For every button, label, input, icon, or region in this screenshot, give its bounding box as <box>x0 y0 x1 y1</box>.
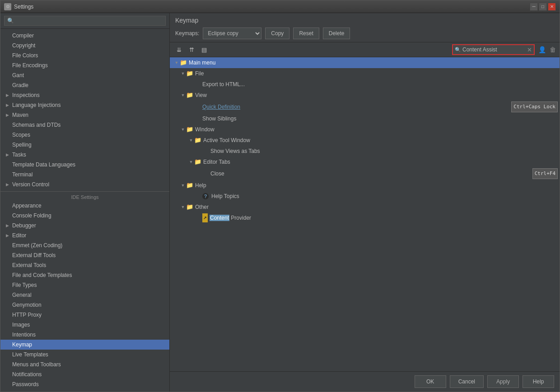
expand-all-button[interactable]: ⇊ <box>173 45 184 55</box>
tree-node-other[interactable]: ▼ 📁 Other <box>170 202 560 212</box>
sidebar-search-input[interactable] <box>4 16 166 26</box>
apply-button[interactable]: Apply <box>487 375 519 388</box>
sidebar-item-genymotion[interactable]: Genymotion <box>0 300 169 310</box>
sidebar-item-label: Editor <box>12 231 26 240</box>
search-input[interactable] <box>462 46 526 53</box>
sidebar-item-schemas-dtds[interactable]: Schemas and DTDs <box>0 120 169 130</box>
sidebar-item-menus-toolbars[interactable]: Menus and Toolbars <box>0 360 169 369</box>
sidebar-item-label: Copyright <box>12 42 35 50</box>
close-button[interactable]: ✕ <box>548 3 556 11</box>
sidebar-item-external-diff-tools[interactable]: External Diff Tools <box>0 250 169 260</box>
sidebar-item-label: Tasks <box>12 151 26 159</box>
content-area: Compiler Copyright File Colors File Enco… <box>0 13 560 392</box>
reset-button[interactable]: Reset <box>293 28 319 39</box>
window-title: Settings <box>14 4 530 10</box>
sidebar-item-copyright[interactable]: Copyright <box>0 41 169 51</box>
tree-node-active-tool-window[interactable]: ▼ 📁 Active Tool Window <box>170 135 560 146</box>
expand-arrow-icon: ▶ <box>6 151 11 159</box>
sidebar-item-spelling[interactable]: Spelling <box>0 140 169 150</box>
sidebar-item-console-folding[interactable]: Console Folding <box>0 211 169 221</box>
tree-node-help[interactable]: ▼ 📁 Help <box>170 180 560 191</box>
search-clear-button[interactable]: ✕ <box>527 46 532 53</box>
tree-node-content-provider[interactable]: ↗ Content Provider <box>170 212 560 223</box>
sidebar-item-file-code-templates[interactable]: File and Code Templates <box>0 270 169 280</box>
sidebar-item-label: File Encodings <box>12 61 48 69</box>
tree-node-main-menu[interactable]: ▼ 📁 Main menu <box>170 57 560 68</box>
toolbar-row: ⇊ ⇈ ▤ 🔍 ✕ 👤 🗑 <box>170 42 560 57</box>
sidebar-list: Compiler Copyright File Colors File Enco… <box>0 29 169 392</box>
keymap-select[interactable]: Eclipse copy <box>203 28 261 39</box>
sidebar-item-label: Gradle <box>12 81 28 89</box>
tree-node-label: Help <box>195 181 558 190</box>
tree-node-window[interactable]: ▼ 📁 Window <box>170 124 560 135</box>
sidebar-item-label: File Types <box>12 281 37 289</box>
cancel-button[interactable]: Cancel <box>450 375 484 388</box>
sidebar-item-label: Keymap <box>12 341 32 349</box>
delete-shortcut-icon[interactable]: 🗑 <box>550 46 556 53</box>
sidebar-item-compiler[interactable]: Compiler <box>0 31 169 41</box>
sidebar-item-maven[interactable]: ▶ Maven <box>0 110 169 120</box>
tree-node-file[interactable]: ▼ 📁 File <box>170 68 560 79</box>
sidebar-item-label: Emmet (Zen Coding) <box>12 241 62 249</box>
sidebar-item-path-variables[interactable]: Path Variables <box>0 389 169 392</box>
collapse-arrow-icon: ▼ <box>180 203 186 212</box>
delete-button[interactable]: Delete <box>323 28 350 39</box>
filter-button[interactable]: ▤ <box>199 45 210 55</box>
sidebar-item-file-colors[interactable]: File Colors <box>0 51 169 60</box>
sidebar-item-inspections[interactable]: ▶ Inspections <box>0 90 169 100</box>
titlebar-controls: ─ □ ✕ <box>530 3 556 11</box>
sidebar-item-label: Gant <box>12 71 24 79</box>
tree-node-export-html[interactable]: Export to HTML... <box>170 79 560 90</box>
tree-node-editor-tabs[interactable]: ▼ 📁 Editor Tabs <box>170 157 560 167</box>
tree-node-quick-definition[interactable]: Quick Definition Ctrl+Caps Lock <box>170 101 560 113</box>
sidebar-item-passwords[interactable]: Passwords <box>0 379 169 389</box>
search-icon: 🔍 <box>455 47 461 53</box>
sidebar-item-terminal[interactable]: Terminal <box>0 170 169 180</box>
sidebar-item-tasks[interactable]: ▶ Tasks <box>0 150 169 160</box>
sidebar-item-version-control[interactable]: ▶ Version Control <box>0 180 169 189</box>
tree-node-close[interactable]: Close Ctrl+F4 <box>170 167 560 180</box>
tree-node-view[interactable]: ▼ 📁 View <box>170 90 560 101</box>
folder-icon: 📁 <box>186 91 193 100</box>
help-button[interactable]: Help <box>523 375 554 388</box>
sidebar-item-live-templates[interactable]: Live Templates <box>0 350 169 360</box>
folder-icon: 📁 <box>186 125 193 134</box>
sidebar-item-images[interactable]: Images <box>0 320 169 330</box>
sidebar-item-template-data-languages[interactable]: Template Data Languages <box>0 160 169 170</box>
collapse-all-button[interactable]: ⇈ <box>186 45 197 55</box>
sidebar-item-file-encodings[interactable]: File Encodings <box>0 60 169 70</box>
copy-button[interactable]: Copy <box>265 28 289 39</box>
sidebar-item-label: Terminal <box>12 171 33 179</box>
sidebar-item-external-tools[interactable]: External Tools <box>0 260 169 270</box>
bottom-bar: OK Cancel Apply Help <box>170 371 560 392</box>
search-box: 🔍 ✕ <box>452 44 535 55</box>
sidebar-item-file-types[interactable]: File Types <box>0 280 169 290</box>
sidebar-item-general[interactable]: General <box>0 290 169 300</box>
sidebar-item-gradle[interactable]: Gradle <box>0 80 169 90</box>
sidebar-item-editor[interactable]: ▶ Editor <box>0 231 169 240</box>
minimize-button[interactable]: ─ <box>530 3 538 11</box>
sidebar-item-debugger[interactable]: ▶ Debugger <box>0 221 169 231</box>
ok-button[interactable]: OK <box>415 375 446 388</box>
sidebar-item-http-proxy[interactable]: HTTP Proxy <box>0 310 169 320</box>
sidebar-item-label: Console Folding <box>12 212 51 220</box>
sidebar-item-gant[interactable]: Gant <box>0 70 169 80</box>
maximize-button[interactable]: □ <box>539 3 547 11</box>
tree-node-help-topics[interactable]: ? Help Topics <box>170 191 560 202</box>
sidebar-item-intentions[interactable]: Intentions <box>0 330 169 340</box>
shortcut-badge: Ctrl+Caps Lock <box>511 101 558 112</box>
sidebar-item-scopes[interactable]: Scopes <box>0 130 169 140</box>
sidebar: Compiler Copyright File Colors File Enco… <box>0 13 170 392</box>
find-person-icon[interactable]: 👤 <box>538 46 546 53</box>
sidebar-item-language-injections[interactable]: ▶ Language Injections <box>0 100 169 110</box>
tree-node-show-siblings[interactable]: Show Siblings <box>170 113 560 124</box>
sidebar-item-label: Spelling <box>12 141 32 149</box>
sidebar-item-keymap[interactable]: Keymap <box>0 340 169 350</box>
panel-title: Keymap <box>175 17 554 24</box>
tree-node-show-views-tabs[interactable]: Show Views as Tabs <box>170 146 560 157</box>
sidebar-item-notifications[interactable]: Notifications <box>0 369 169 379</box>
sidebar-item-emmet[interactable]: Emmet (Zen Coding) <box>0 240 169 250</box>
sidebar-item-appearance[interactable]: Appearance <box>0 201 169 211</box>
sidebar-search-area <box>0 13 169 29</box>
content-icon: ↗ <box>202 213 208 222</box>
